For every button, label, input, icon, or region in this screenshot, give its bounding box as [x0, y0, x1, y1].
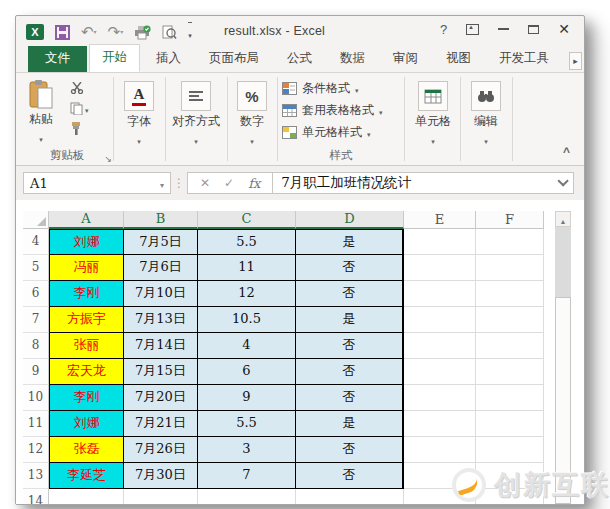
row-header-10[interactable]: 10 — [23, 385, 49, 411]
cell-a6[interactable]: 李刚 — [49, 281, 124, 307]
cell-e11[interactable] — [404, 411, 476, 437]
clipboard-dialog-launcher-icon[interactable] — [104, 154, 112, 164]
customize-quick-access-icon[interactable] — [188, 22, 192, 42]
cell-d10[interactable]: 否 — [296, 385, 404, 411]
cell-c11[interactable]: 5.5 — [198, 411, 296, 437]
cell-c7[interactable]: 10.5 — [198, 307, 296, 333]
cell-e8[interactable] — [404, 333, 476, 359]
cell-a13[interactable]: 李延芝 — [49, 463, 124, 489]
scroll-up-icon[interactable] — [555, 211, 571, 227]
copy-button[interactable] — [70, 101, 89, 115]
cell-d9[interactable]: 否 — [296, 359, 404, 385]
cell-b9[interactable]: 7月15日 — [124, 359, 198, 385]
tab-7[interactable]: 视图 — [434, 46, 483, 72]
cell-b4[interactable]: 7月5日 — [124, 229, 198, 255]
vertical-scrollbar[interactable] — [555, 211, 571, 504]
minimize-button[interactable] — [498, 28, 509, 30]
cell-d13[interactable]: 否 — [296, 463, 404, 489]
tab-1[interactable]: 开始 — [89, 44, 140, 72]
tab-scroll-right-button[interactable] — [569, 52, 582, 70]
column-header-b[interactable]: B — [124, 211, 198, 229]
row-header-8[interactable]: 8 — [23, 333, 49, 359]
column-header-f[interactable]: F — [476, 211, 544, 229]
cell-f12[interactable] — [476, 437, 544, 463]
cell-f11[interactable] — [476, 411, 544, 437]
cell-e5[interactable] — [404, 255, 476, 281]
excel-logo-icon[interactable] — [26, 24, 44, 40]
format-painter-button[interactable] — [70, 121, 83, 135]
font-menu-button[interactable]: A 字体 — [117, 81, 161, 148]
cell-d4[interactable]: 是 — [296, 229, 404, 255]
cell-a12[interactable]: 张磊 — [49, 437, 124, 463]
row-header-6[interactable]: 6 — [23, 281, 49, 307]
row-header-11[interactable]: 11 — [23, 411, 49, 437]
help-button[interactable]: ? — [440, 23, 447, 36]
row-header-5[interactable]: 5 — [23, 255, 49, 281]
cell-c5[interactable]: 11 — [198, 255, 296, 281]
column-header-d[interactable]: D — [296, 211, 404, 229]
cell-b14[interactable] — [124, 489, 198, 504]
expand-formula-bar-icon[interactable] — [557, 175, 568, 186]
paste-button[interactable]: 粘贴 — [28, 79, 54, 146]
tab-6[interactable]: 审阅 — [381, 46, 430, 72]
number-menu-button[interactable]: % 数字 — [230, 81, 274, 148]
cell-a7[interactable]: 方振宇 — [49, 307, 124, 333]
tab-2[interactable]: 插入 — [144, 46, 193, 72]
cell-c12[interactable]: 3 — [198, 437, 296, 463]
cell-d12[interactable]: 否 — [296, 437, 404, 463]
enter-button[interactable]: ✓ — [224, 176, 234, 190]
formula-input[interactable]: 7月职工加班情况统计 — [272, 172, 574, 194]
close-button[interactable] — [558, 22, 570, 36]
scrollbar-track[interactable] — [555, 227, 571, 297]
cell-e7[interactable] — [404, 307, 476, 333]
cell-d8[interactable]: 否 — [296, 333, 404, 359]
cell-c6[interactable]: 12 — [198, 281, 296, 307]
cell-a11[interactable]: 刘娜 — [49, 411, 124, 437]
row-header-7[interactable]: 7 — [23, 307, 49, 333]
cell-f10[interactable] — [476, 385, 544, 411]
row-header-4[interactable]: 4 — [23, 229, 49, 255]
cell-c13[interactable]: 7 — [198, 463, 296, 489]
cell-a10[interactable]: 李刚 — [49, 385, 124, 411]
cell-b10[interactable]: 7月20日 — [124, 385, 198, 411]
cell-e4[interactable] — [404, 229, 476, 255]
insert-function-button[interactable]: fx — [248, 176, 260, 191]
cell-b11[interactable]: 7月21日 — [124, 411, 198, 437]
tab-file[interactable]: 文件 — [28, 46, 87, 72]
redo-button[interactable] — [108, 23, 124, 41]
cell-d14[interactable] — [296, 489, 404, 504]
column-header-e[interactable]: E — [404, 211, 476, 229]
format-as-table-button[interactable]: 套用表格格式 — [282, 102, 400, 119]
print-icon[interactable] — [134, 25, 151, 40]
row-header-9[interactable]: 9 — [23, 359, 49, 385]
cell-e6[interactable] — [404, 281, 476, 307]
cell-b5[interactable]: 7月6日 — [124, 255, 198, 281]
cancel-button[interactable]: ✕ — [200, 176, 210, 190]
print-preview-icon[interactable] — [162, 25, 177, 40]
conditional-formatting-button[interactable]: 条件格式 — [282, 80, 400, 97]
cell-a4[interactable]: 刘娜 — [49, 229, 124, 255]
row-header-13[interactable]: 13 — [23, 463, 49, 489]
cell-d6[interactable]: 否 — [296, 281, 404, 307]
cell-f6[interactable] — [476, 281, 544, 307]
undo-button[interactable] — [81, 23, 97, 41]
row-header-14[interactable]: 14 — [23, 489, 49, 504]
select-all-corner[interactable] — [23, 211, 49, 229]
column-header-c[interactable]: C — [198, 211, 296, 229]
maximize-button[interactable] — [528, 25, 539, 34]
cell-b13[interactable]: 7月30日 — [124, 463, 198, 489]
row-header-12[interactable]: 12 — [23, 437, 49, 463]
tab-8[interactable]: 开发工具 — [487, 46, 561, 72]
cell-e10[interactable] — [404, 385, 476, 411]
cell-f7[interactable] — [476, 307, 544, 333]
cell-d7[interactable]: 是 — [296, 307, 404, 333]
cut-button[interactable] — [70, 81, 84, 95]
cell-b8[interactable]: 7月14日 — [124, 333, 198, 359]
alignment-menu-button[interactable]: 对齐方式 — [168, 81, 224, 148]
cell-c8[interactable]: 4 — [198, 333, 296, 359]
column-header-a[interactable]: A — [49, 211, 124, 229]
cell-styles-button[interactable]: 单元格样式 — [282, 124, 400, 141]
collapse-ribbon-icon[interactable] — [563, 145, 570, 159]
editing-menu-button[interactable]: 编辑 — [464, 81, 508, 148]
cell-a14[interactable] — [49, 489, 124, 504]
